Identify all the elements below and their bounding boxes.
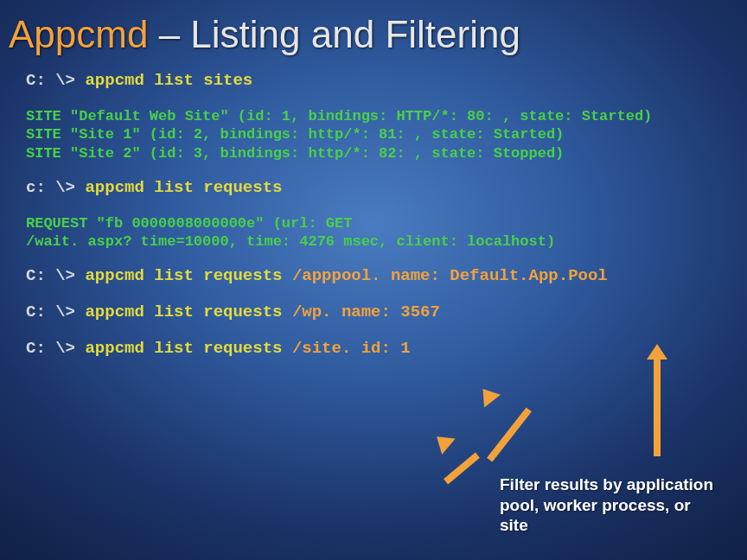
title-part1: Appcmd [9, 13, 148, 55]
command: appcmd list sites [85, 71, 252, 90]
prompt: C: \> [26, 302, 85, 321]
output-block-2: REQUEST "fb 0000008000000e" (url: GET /w… [26, 214, 721, 251]
prompt: C: \> [26, 266, 85, 285]
cmd-block-5: C: \> appcmd list requests /site. id: 1 [26, 339, 721, 360]
output-block-1: SITE "Default Web Site" (id: 1, bindings… [26, 107, 721, 162]
prompt: C: \> [26, 339, 85, 358]
arrow-icon [654, 356, 661, 456]
output-line: SITE "Default Web Site" (id: 1, bindings… [26, 107, 721, 125]
arrowhead-icon [430, 429, 455, 455]
command: appcmd list requests [85, 266, 291, 285]
arrowhead-icon [647, 344, 667, 360]
output-line: /wait. aspx? time=10000, time: 4276 msec… [26, 232, 721, 251]
cmd-block-2: c: \> appcmd list requests [26, 178, 721, 199]
cmd-block-3: C: \> appcmd list requests /apppool. nam… [26, 266, 721, 287]
arrow-icon [487, 407, 532, 461]
prompt: C: \> [26, 71, 85, 90]
arg-wp: /wp. name: 3567 [292, 302, 440, 321]
arg-apppool: /apppool. name: Default.App.Pool [292, 266, 608, 285]
cmd-block-4: C: \> appcmd list requests /wp. name: 35… [26, 302, 721, 323]
output-line: SITE "Site 2" (id: 3, bindings: http/*: … [26, 144, 721, 162]
output-line: REQUEST "fb 0000008000000e" (url: GET [26, 214, 721, 232]
cmd-block-1: C: \> appcmd list sites [26, 71, 721, 92]
command: appcmd list requests [85, 178, 282, 197]
title-dash: – [148, 13, 190, 55]
command: appcmd list requests [85, 339, 291, 358]
output-line: SITE "Site 1" (id: 2, bindings: http/*: … [26, 125, 721, 143]
arg-site: /site. id: 1 [292, 339, 411, 358]
terminal-content: C: \> appcmd list sites SITE "Default We… [0, 55, 747, 359]
annotation-note: Filter results by application pool, work… [500, 474, 716, 536]
arrow-icon [444, 453, 480, 485]
prompt: c: \> [26, 178, 85, 197]
title-part2: Listing and Filtering [190, 13, 520, 55]
arrowhead-icon [475, 383, 501, 408]
command: appcmd list requests [85, 302, 291, 321]
slide-title: Appcmd – Listing and Filtering [0, 0, 747, 55]
